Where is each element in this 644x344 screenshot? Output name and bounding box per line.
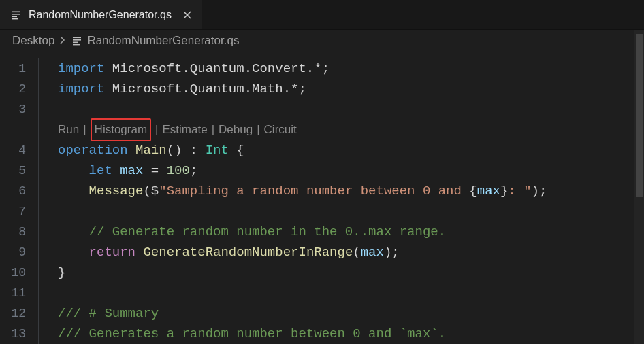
breadcrumb: Desktop RandomNumberGenerator.qs	[0, 30, 644, 52]
line-number: 10	[0, 262, 26, 283]
code-line: // Generate random number in the 0..max …	[58, 222, 644, 242]
codelens-histogram[interactable]: Histogram	[91, 118, 151, 141]
svg-rect-7	[73, 37, 81, 39]
codelens-circuit[interactable]: Circuit	[264, 120, 297, 140]
line-number: 1	[0, 58, 26, 79]
chevron-right-icon	[59, 34, 67, 48]
file-icon	[10, 9, 22, 21]
svg-rect-2	[12, 16, 17, 17]
svg-rect-9	[73, 44, 80, 46]
code-line: let max = 100;	[58, 160, 644, 181]
close-icon[interactable]	[182, 10, 192, 20]
line-number: 5	[0, 160, 26, 181]
code-line: Message($"Sampling a random number betwe…	[58, 181, 644, 201]
line-number: 7	[0, 201, 26, 222]
code-line: operation Main() : Int {	[58, 140, 644, 160]
line-number: 9	[0, 242, 26, 262]
code-line: /// # Summary	[58, 303, 644, 324]
line-number: 11	[0, 283, 26, 303]
code-line: import Microsoft.Quantum.Convert.*;	[58, 58, 644, 79]
gutter: 1 2 3 4 5 6 7 8 9 10 11 12 13	[0, 58, 38, 344]
svg-rect-1	[12, 11, 20, 12]
scrollbar-vertical[interactable]	[634, 30, 644, 344]
codelens-estimate[interactable]: Estimate	[163, 120, 208, 140]
codelens-run[interactable]: Run	[58, 120, 79, 140]
svg-rect-0	[12, 14, 20, 15]
tab-filename: RandomNumberGenerator.qs	[29, 9, 172, 21]
svg-rect-3	[12, 18, 18, 19]
svg-rect-8	[73, 42, 78, 44]
code-line: /// Generates a random number between 0 …	[58, 324, 644, 344]
code-line	[58, 201, 644, 222]
code-area[interactable]: import Microsoft.Quantum.Convert.*; impo…	[38, 58, 644, 344]
line-number: 12	[0, 303, 26, 324]
code-line	[58, 99, 644, 120]
breadcrumb-file[interactable]: RandomNumberGenerator.qs	[87, 34, 239, 48]
line-number: 3	[0, 99, 26, 120]
codelens: Run|Histogram|Estimate|Debug|Circuit	[58, 120, 644, 140]
code-line: return GenerateRandomNumberInRange(max);	[58, 242, 644, 262]
line-number: 4	[0, 140, 26, 160]
tab-bar: RandomNumberGenerator.qs	[0, 0, 644, 30]
svg-rect-6	[73, 39, 81, 41]
file-icon	[71, 35, 83, 47]
scrollbar-thumb[interactable]	[636, 34, 643, 197]
breadcrumb-parent[interactable]: Desktop	[12, 34, 54, 48]
codelens-debug[interactable]: Debug	[219, 120, 253, 140]
editor[interactable]: 1 2 3 4 5 6 7 8 9 10 11 12 13 import Mic…	[0, 52, 644, 344]
line-number: 2	[0, 79, 26, 99]
line-number: 6	[0, 181, 26, 201]
tab-active[interactable]: RandomNumberGenerator.qs	[0, 0, 202, 29]
code-line	[58, 283, 644, 303]
line-number: 8	[0, 222, 26, 242]
code-line: import Microsoft.Quantum.Math.*;	[58, 79, 644, 99]
line-number: 13	[0, 324, 26, 344]
code-line: }	[58, 262, 644, 283]
